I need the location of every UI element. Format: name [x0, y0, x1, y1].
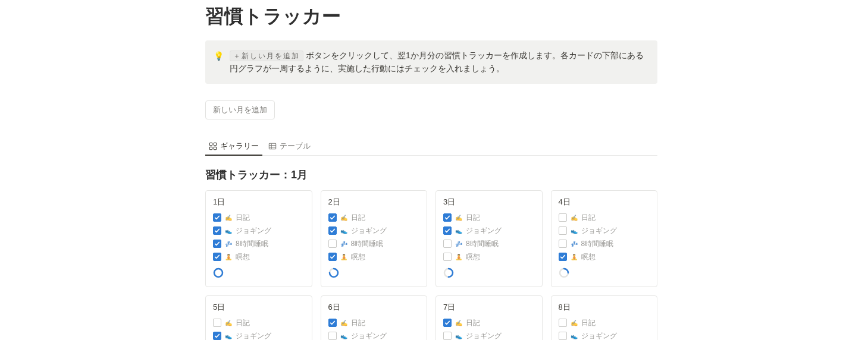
- diary-icon: ✍️: [225, 320, 232, 326]
- habit-label: 日記: [351, 213, 365, 223]
- day-card[interactable]: 3日✍️日記👟ジョギング💤8時間睡眠🧘瞑想: [435, 190, 543, 287]
- sleep-icon: 💤: [340, 241, 347, 247]
- habit-label: ジョギング: [581, 331, 617, 340]
- day-card[interactable]: 8日✍️日記👟ジョギング💤8時間睡眠🧘瞑想: [551, 295, 658, 340]
- tab-table[interactable]: テーブル: [265, 137, 314, 155]
- habit-label: 瞑想: [466, 252, 480, 262]
- habit-label: 日記: [236, 318, 250, 328]
- svg-rect-4: [269, 143, 275, 149]
- medit-icon: 🧘: [225, 254, 232, 260]
- tab-gallery[interactable]: ギャラリー: [205, 137, 262, 155]
- checkbox-sleep[interactable]: [213, 240, 221, 248]
- table-icon: [268, 142, 277, 150]
- svg-point-9: [214, 269, 223, 277]
- jog-icon: 👟: [571, 228, 578, 234]
- habit-row-diary: ✍️日記: [328, 212, 420, 225]
- habit-row-jog: 👟ジョギング: [443, 225, 535, 238]
- checkbox-medit[interactable]: [328, 253, 337, 261]
- day-title: 7日: [443, 302, 535, 313]
- day-card[interactable]: 5日✍️日記👟ジョギング💤8時間睡眠🧘瞑想: [205, 295, 312, 340]
- checkbox-diary[interactable]: [213, 319, 221, 327]
- checkbox-jog[interactable]: [559, 332, 567, 340]
- habit-row-sleep: 💤8時間睡眠: [328, 238, 420, 251]
- checkbox-sleep[interactable]: [443, 240, 452, 248]
- habit-label: 8時間睡眠: [581, 239, 614, 249]
- jog-icon: 👟: [340, 333, 347, 339]
- habit-row-diary: ✍️日記: [328, 317, 420, 330]
- habit-row-medit: 🧘瞑想: [443, 251, 535, 264]
- habit-row-jog: 👟ジョギング: [559, 330, 650, 340]
- checkbox-diary[interactable]: [443, 319, 452, 327]
- checkbox-medit[interactable]: [559, 253, 567, 261]
- jog-icon: 👟: [225, 228, 232, 234]
- svg-rect-0: [209, 143, 212, 145]
- checkbox-medit[interactable]: [213, 253, 221, 261]
- checkbox-jog[interactable]: [443, 226, 452, 235]
- habit-row-sleep: 💤8時間睡眠: [443, 238, 535, 251]
- habit-row-jog: 👟ジョギング: [328, 225, 420, 238]
- jog-icon: 👟: [225, 333, 232, 339]
- habit-row-medit: 🧘瞑想: [559, 251, 650, 264]
- sleep-icon: 💤: [571, 241, 578, 247]
- habit-label: 日記: [466, 318, 480, 328]
- habit-label: ジョギング: [236, 331, 271, 340]
- checkbox-jog[interactable]: [328, 226, 337, 235]
- day-title: 5日: [213, 302, 305, 313]
- checkbox-jog[interactable]: [443, 332, 452, 340]
- gallery-icon: [209, 142, 217, 150]
- svg-rect-3: [214, 147, 216, 149]
- habit-row-jog: 👟ジョギング: [213, 330, 305, 340]
- medit-icon: 🧘: [571, 254, 578, 260]
- checkbox-diary[interactable]: [328, 213, 337, 222]
- view-tabs: ギャラリー テーブル: [205, 137, 657, 156]
- day-card[interactable]: 7日✍️日記👟ジョギング💤8時間睡眠🧘瞑想: [435, 295, 543, 340]
- habit-row-medit: 🧘瞑想: [213, 251, 305, 264]
- day-card[interactable]: 2日✍️日記👟ジョギング💤8時間睡眠🧘瞑想: [321, 190, 428, 287]
- tab-gallery-label: ギャラリー: [220, 141, 259, 152]
- checkbox-medit[interactable]: [443, 253, 452, 261]
- checkbox-sleep[interactable]: [559, 240, 567, 248]
- checkbox-diary[interactable]: [213, 213, 221, 222]
- progress-ring: [328, 267, 339, 278]
- checkbox-sleep[interactable]: [328, 240, 337, 248]
- checkbox-diary[interactable]: [443, 213, 452, 222]
- habit-label: 瞑想: [351, 252, 365, 262]
- diary-icon: ✍️: [225, 215, 232, 221]
- checkbox-jog[interactable]: [328, 332, 337, 340]
- day-title: 1日: [213, 197, 305, 207]
- progress-ring: [213, 267, 224, 278]
- checkbox-diary[interactable]: [559, 213, 567, 222]
- habit-label: ジョギング: [351, 226, 387, 236]
- habit-row-diary: ✍️日記: [213, 317, 305, 330]
- svg-rect-2: [209, 147, 212, 149]
- day-card[interactable]: 1日✍️日記👟ジョギング💤8時間睡眠🧘瞑想: [205, 190, 312, 287]
- checkbox-diary[interactable]: [559, 319, 567, 327]
- progress-ring: [559, 267, 569, 278]
- tab-table-label: テーブル: [280, 141, 311, 152]
- diary-icon: ✍️: [455, 320, 462, 326]
- habit-row-diary: ✍️日記: [213, 212, 305, 225]
- svg-rect-1: [214, 143, 216, 145]
- day-card[interactable]: 6日✍️日記👟ジョギング💤8時間睡眠🧘瞑想: [321, 295, 428, 340]
- checkbox-jog[interactable]: [213, 332, 221, 340]
- day-card[interactable]: 4日✍️日記👟ジョギング💤8時間睡眠🧘瞑想: [551, 190, 658, 287]
- diary-icon: ✍️: [340, 215, 347, 221]
- progress-ring: [443, 267, 454, 278]
- checkbox-jog[interactable]: [213, 226, 221, 235]
- checkbox-diary[interactable]: [328, 319, 337, 327]
- habit-label: 瞑想: [581, 252, 596, 262]
- habit-row-sleep: 💤8時間睡眠: [559, 238, 650, 251]
- sleep-icon: 💤: [455, 241, 462, 247]
- checkbox-jog[interactable]: [559, 226, 567, 235]
- habit-label: ジョギング: [236, 226, 271, 236]
- habit-row-sleep: 💤8時間睡眠: [213, 238, 305, 251]
- medit-icon: 🧘: [455, 254, 462, 260]
- add-new-month-button[interactable]: 新しい月を追加: [205, 100, 275, 119]
- medit-icon: 🧘: [340, 254, 347, 260]
- diary-icon: ✍️: [571, 320, 578, 326]
- diary-icon: ✍️: [340, 320, 347, 326]
- habit-row-diary: ✍️日記: [559, 212, 650, 225]
- diary-icon: ✍️: [571, 215, 578, 221]
- jog-icon: 👟: [455, 333, 462, 339]
- habit-label: ジョギング: [581, 226, 617, 236]
